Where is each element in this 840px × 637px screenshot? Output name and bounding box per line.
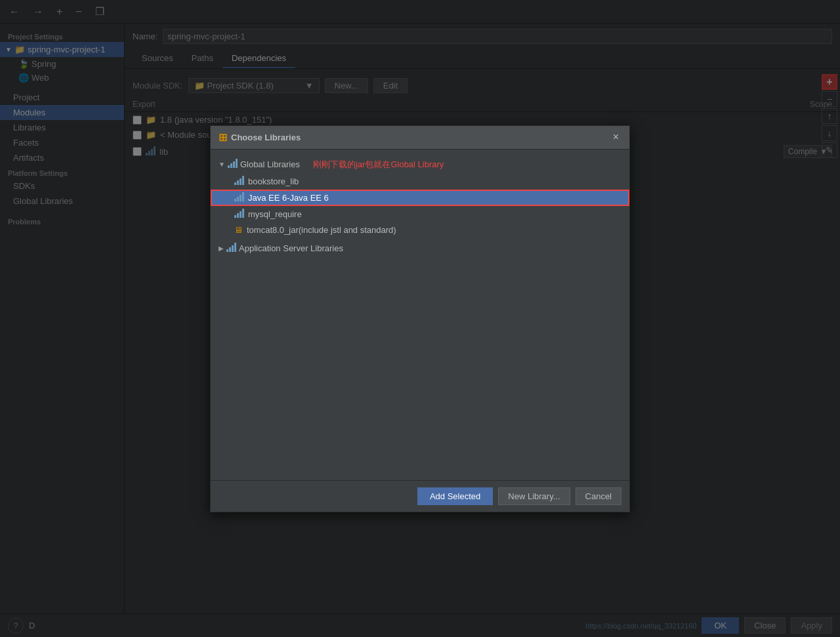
expand-icon-global: ▼ [219,161,225,168]
cancel-dialog-button[interactable]: Cancel [576,487,621,505]
tomcat8-server-icon: 🖥 [234,225,243,235]
choose-libraries-dialog: ⊞ Choose Libraries × ▼ [210,125,630,512]
app-server-label: Application Server Libraries [239,243,343,253]
dialog-close-button[interactable]: × [610,131,621,143]
app-server-lib-icon [226,243,236,254]
lib-item-javaee6[interactable]: Java EE 6-Java EE 6 [211,190,629,206]
dialog-title: ⊞ Choose Libraries [219,131,301,144]
javaee6-lib-icon [234,192,244,203]
bookstore-lib-icon [234,176,244,187]
javaee6-lib-label: Java EE 6-Java EE 6 [248,193,329,203]
lib-item-tomcat8[interactable]: 🖥 tomcat8.0_jar(include jstl and standar… [211,222,629,237]
dialog-body: ▼ Global Libraries 刚刚下载的jar包就在Global Lib… [211,150,629,480]
global-libraries-section: ▼ Global Libraries 刚刚下载的jar包就在Global Lib… [211,155,629,239]
tomcat8-lib-label: tomcat8.0_jar(include jstl and standard) [247,225,396,235]
add-selected-button[interactable]: Add Selected [417,487,493,505]
modal-overlay: ⊞ Choose Libraries × ▼ [0,0,840,637]
lib-item-bookstore[interactable]: bookstore_lib [211,173,629,190]
app-server-parent[interactable]: ▶ Application Server Libraries [211,240,629,257]
dialog-title-text: Choose Libraries [231,133,301,142]
annotation-text: 刚刚下载的jar包就在Global Library [313,159,444,171]
app-server-section: ▶ Application Server Libraries [211,239,629,258]
expand-icon-app-server: ▶ [219,245,224,252]
global-lib-icon [228,159,238,170]
dialog-footer: Add Selected New Library... Cancel [211,480,629,512]
dialog-title-bar: ⊞ Choose Libraries × [211,126,629,150]
dialog-icon: ⊞ [219,131,227,144]
mysql-lib-icon [234,209,244,220]
lib-item-mysql[interactable]: mysql_require [211,206,629,222]
global-libraries-label: Global Libraries [240,159,300,169]
global-libraries-parent[interactable]: ▼ Global Libraries 刚刚下载的jar包就在Global Lib… [211,156,629,173]
new-library-button[interactable]: New Library... [498,487,570,505]
mysql-lib-label: mysql_require [248,209,302,219]
bookstore-lib-label: bookstore_lib [248,176,299,186]
